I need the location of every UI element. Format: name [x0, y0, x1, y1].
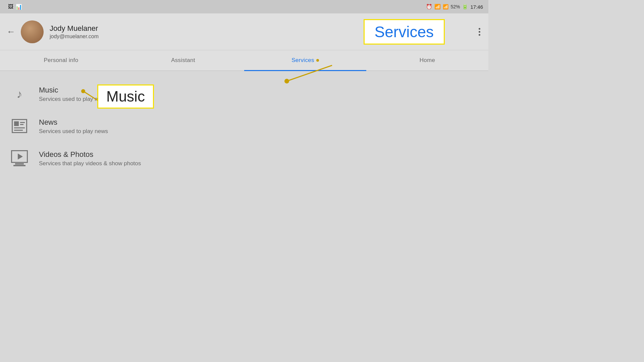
tab-services-dot — [316, 59, 319, 62]
tab-services[interactable]: Services — [244, 50, 366, 70]
tab-assistant[interactable]: Assistant — [122, 50, 244, 70]
music-annotation-text: Music — [106, 88, 145, 105]
status-left-icons: 🖼 📊 — [8, 4, 22, 10]
back-button[interactable]: ← — [7, 26, 15, 37]
status-icons-right: ⏰ 📶 📶 52% 🔋 17:46 — [426, 4, 483, 10]
service-item-news[interactable]: News Services used to play news — [0, 110, 488, 142]
user-name: Jody Muelaner — [50, 24, 99, 33]
header: ← Jody Muelaner jody@muelaner.com Servic… — [0, 13, 488, 50]
more-dot-3 — [479, 34, 480, 36]
news-icon — [10, 117, 29, 135]
status-bar: 🖼 📊 ⏰ 📶 📶 52% 🔋 17:46 — [0, 0, 488, 13]
battery-percent: 52% — [450, 4, 460, 9]
more-dot-2 — [479, 31, 480, 33]
avatar-image — [21, 20, 44, 43]
news-title: News — [39, 118, 108, 127]
more-dot-1 — [479, 28, 480, 29]
status-time: 17:46 — [470, 4, 483, 10]
news-text: News Services used to play news — [39, 117, 108, 135]
tab-bar: Personal info Assistant Services Home — [0, 50, 488, 71]
wifi-icon: 📶 — [434, 4, 441, 10]
video-icon — [10, 149, 29, 168]
alarm-icon: ⏰ — [426, 4, 432, 10]
news-desc: Services used to play news — [39, 128, 108, 135]
videos-desc: Services that play videos & show photos — [39, 160, 141, 167]
services-annotation-box: Services — [364, 19, 445, 45]
service-item-videos[interactable]: Videos & Photos Services that play video… — [0, 142, 488, 174]
videos-title: Videos & Photos — [39, 150, 141, 159]
tab-personal-info[interactable]: Personal info — [0, 50, 122, 70]
videos-text: Videos & Photos Services that play video… — [39, 149, 141, 167]
signal-icon: 📶 — [443, 4, 448, 9]
music-icon-symbol: ♪ — [17, 87, 22, 101]
content-area: ♪ Music Services used to play music — [0, 71, 488, 181]
chart-icon: 📊 — [15, 4, 22, 10]
service-item-music[interactable]: ♪ Music Services used to play music — [0, 78, 488, 110]
tab-home[interactable]: Home — [366, 50, 488, 70]
more-button[interactable] — [479, 28, 480, 36]
user-email: jody@muelaner.com — [50, 34, 99, 40]
battery-icon: 🔋 — [462, 4, 468, 10]
user-info: Jody Muelaner jody@muelaner.com — [50, 24, 99, 40]
services-annotation-text: Services — [375, 23, 434, 41]
music-annotation-box: Music — [97, 84, 154, 109]
avatar — [21, 20, 44, 43]
music-note-icon: ♪ — [10, 84, 29, 103]
photo-icon: 🖼 — [8, 4, 13, 10]
